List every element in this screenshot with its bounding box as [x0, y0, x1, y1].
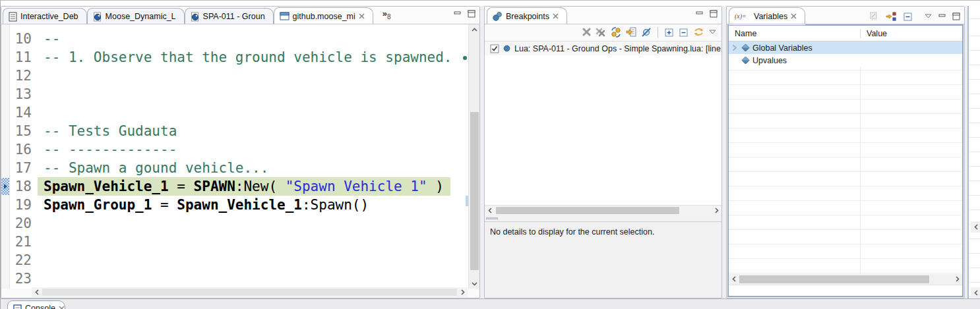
minimize-icon[interactable]: [454, 11, 461, 17]
horizontal-scroll-thumb[interactable]: [496, 207, 679, 214]
expand-all-icon[interactable]: [664, 27, 674, 37]
scroll-down-icon[interactable]: [469, 279, 479, 289]
code-line-15[interactable]: 15-- Tests Gudauta: [9, 122, 466, 140]
editor-tab-interactive-deb[interactable]: Interactive_Deb: [3, 8, 87, 24]
tab-variables[interactable]: (x)= Variables: [729, 7, 805, 24]
scroll-left-icon[interactable]: [32, 287, 42, 297]
column-header-value[interactable]: Value: [861, 29, 962, 38]
view-menu-icon[interactable]: [709, 30, 716, 34]
code-line-19[interactable]: 19Spawn_Group_1 = Spawn_Vehicle_1:Spawn(…: [9, 196, 466, 214]
lua-file-icon: [93, 12, 102, 22]
skip-all-breakpoints-icon[interactable]: [641, 27, 652, 38]
eclipse-workbench: Interactive_DebMoose_Dynamic_LSPA-011 - …: [0, 0, 980, 309]
code-line-20[interactable]: 20: [9, 214, 466, 233]
show-logical-structure-icon[interactable]: [886, 12, 896, 21]
hidden-tab-count: 8: [387, 13, 391, 20]
code-line-10[interactable]: 10--: [9, 30, 466, 48]
code-line-14[interactable]: 14: [9, 103, 466, 122]
line-text: Spawn_Vehicle_1 = SPAWN:New( "Spawn Vehi…: [38, 177, 450, 196]
scroll-left-icon[interactable]: [971, 221, 980, 233]
breakpoint-enabled-checkbox[interactable]: [490, 44, 499, 53]
scroll-right-icon[interactable]: [458, 287, 468, 297]
minimize-icon[interactable]: [696, 11, 703, 17]
code-line-22[interactable]: 22: [9, 251, 466, 269]
code-line-13[interactable]: 13: [9, 85, 466, 103]
maximize-icon[interactable]: [952, 13, 960, 20]
variable-row-global-variables[interactable]: Global Variables: [729, 42, 962, 54]
horizontal-scroll-thumb[interactable]: [739, 275, 929, 283]
remove-all-breakpoints-icon[interactable]: [596, 28, 606, 37]
code-editor[interactable]: 10--11-- 1. Observe that the ground vehi…: [1, 24, 479, 289]
current-debug-line-highlight: Spawn_Vehicle_1 = SPAWN:New( "Spawn Vehi…: [38, 177, 450, 196]
collapse-all-icon[interactable]: [679, 27, 689, 37]
code-line-18[interactable]: 18Spawn_Vehicle_1 = SPAWN:New( "Spawn Ve…: [9, 177, 466, 196]
editor-horizontal-scrollbar[interactable]: [32, 287, 468, 297]
annotation-dot: [463, 56, 467, 60]
scroll-up-icon[interactable]: [469, 24, 479, 34]
line-number: 21: [9, 233, 38, 251]
line-text: [38, 85, 44, 103]
tab-overflow-chevron[interactable]: »8: [383, 9, 391, 20]
code-line-17[interactable]: 17-- Spawn a gound vehicle...: [9, 159, 466, 177]
editor-tab-moose-dynamic-l[interactable]: Moose_Dynamic_L: [87, 8, 185, 24]
expand-chevron-icon[interactable]: [732, 44, 737, 51]
variables-horizontal-scrollbar[interactable]: [729, 274, 962, 285]
breakpoint-item[interactable]: Lua: SPA-011 - Ground Ops - Simple Spawn…: [485, 42, 721, 55]
line-number: 23: [9, 269, 38, 288]
close-icon[interactable]: [553, 13, 559, 19]
editor-tab-github-moose-mi[interactable]: github.moose_mi: [274, 7, 373, 24]
collapse-all-icon[interactable]: [903, 11, 913, 21]
scroll-left-icon[interactable]: [485, 206, 495, 215]
line-text: [38, 67, 44, 85]
editor-vertical-scrollbar[interactable]: [468, 24, 479, 289]
code-line-12[interactable]: 12: [9, 67, 466, 85]
code-line-23[interactable]: 23: [9, 269, 466, 288]
maximize-icon[interactable]: [710, 10, 718, 18]
link-with-debug-view-icon[interactable]: [693, 27, 704, 37]
variables-title: Variables: [754, 12, 787, 21]
show-type-names-icon[interactable]: [869, 11, 879, 21]
line-number: 11: [9, 48, 38, 67]
variable-group-icon: [741, 56, 750, 65]
tab-console[interactable]: Console: [7, 300, 65, 309]
code-line-16[interactable]: 16-- -------------: [9, 140, 466, 159]
line-number: 20: [9, 214, 38, 233]
code-line-21[interactable]: 21: [9, 233, 466, 251]
line-number: 15: [9, 122, 38, 140]
adjacent-view-edge: [967, 6, 980, 298]
view-menu-icon[interactable]: [925, 14, 932, 18]
line-text: -- -------------: [38, 140, 177, 159]
line-number: 19: [9, 196, 38, 214]
scroll-right-icon[interactable]: [952, 274, 962, 284]
tab-label: SPA-011 - Groun: [203, 12, 265, 21]
line-number: 17: [9, 159, 38, 177]
scroll-right-icon[interactable]: [712, 206, 721, 215]
tab-breakpoints[interactable]: Breakpoints: [487, 7, 567, 24]
breakpoints-horizontal-scrollbar[interactable]: [485, 205, 721, 215]
code-line-11[interactable]: 11-- 1. Observe that the ground vehicle …: [9, 48, 466, 67]
details-pane-sash[interactable]: [485, 215, 721, 221]
editor-tab-spa-011-groun[interactable]: SPA-011 - Groun: [185, 8, 274, 24]
close-icon[interactable]: [359, 13, 365, 19]
no-details-message: No details to display for the current se…: [490, 227, 654, 237]
instruction-pointer-marker[interactable]: [1, 178, 9, 195]
scroll-left-icon[interactable]: [971, 287, 980, 298]
minimize-icon[interactable]: [938, 13, 946, 20]
variables-table: Name Value Global VariablesUpvalues: [727, 24, 964, 297]
line-number: 10: [9, 30, 38, 48]
scroll-left-icon[interactable]: [729, 274, 739, 284]
remove-breakpoint-icon[interactable]: [582, 28, 591, 36]
close-icon[interactable]: [59, 306, 65, 309]
column-divider[interactable]: [860, 42, 861, 274]
variable-row-upvalues[interactable]: Upvalues: [729, 54, 962, 67]
go-to-file-icon[interactable]: [626, 27, 636, 37]
close-icon[interactable]: [791, 13, 797, 19]
show-supported-breakpoints-icon[interactable]: [611, 27, 621, 38]
horizontal-scroll-thumb[interactable]: [42, 289, 457, 296]
vertical-scroll-thumb[interactable]: [470, 112, 479, 270]
maximize-icon[interactable]: [468, 10, 475, 18]
svg-text:(x)=: (x)=: [735, 13, 747, 20]
console-title: Console: [25, 304, 55, 309]
breakpoints-title: Breakpoints: [506, 12, 549, 21]
column-header-name[interactable]: Name: [729, 29, 861, 38]
